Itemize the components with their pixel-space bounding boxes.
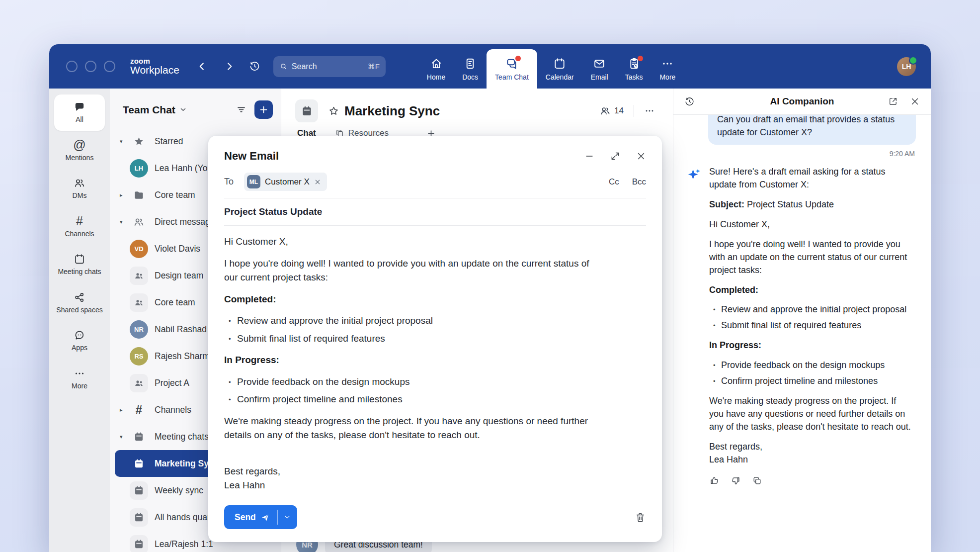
- copy-icon[interactable]: [752, 475, 762, 486]
- left-rail-all[interactable]: All: [54, 94, 105, 131]
- people-icon: [130, 213, 148, 231]
- close-window-button[interactable]: [66, 61, 78, 72]
- back-button[interactable]: [196, 61, 208, 72]
- user-avatar[interactable]: LH: [897, 57, 916, 76]
- members-icon: [600, 105, 611, 116]
- chat-row-label: Core team: [155, 297, 195, 308]
- main-nav-tabs-tasks[interactable]: Tasks: [617, 49, 652, 89]
- ai-feedback-bar: [709, 475, 918, 486]
- calendar-icon: [74, 253, 85, 265]
- row-chevron-icon[interactable]: [120, 407, 130, 413]
- bullet-item: Provide feedback on the design mockups: [721, 359, 911, 372]
- left-rail-shared-spaces[interactable]: Shared spaces: [54, 285, 105, 321]
- row-chevron-icon[interactable]: [120, 434, 130, 440]
- main-nav-tabs-team-chat[interactable]: Team Chat: [487, 49, 537, 89]
- subject-field[interactable]: Project Status Update: [208, 198, 662, 225]
- open-in-window-icon[interactable]: [888, 96, 898, 106]
- main-nav-tabs: Home Docs Team Chat Calendar Email Tasks: [418, 44, 684, 89]
- row-chevron-icon[interactable]: [120, 138, 130, 145]
- row-chevron-icon[interactable]: [120, 192, 130, 198]
- bullet-list: Provide feedback on the design mockupsCo…: [709, 359, 911, 388]
- ai-sparkle-dark-button[interactable]: [544, 511, 556, 523]
- send-options-button[interactable]: [278, 505, 297, 529]
- attach-file-button[interactable]: [344, 511, 356, 523]
- shared-icon: [74, 291, 85, 303]
- favorite-star-icon[interactable]: [328, 105, 339, 117]
- to-field[interactable]: To ML Customer X Cc Bcc: [208, 168, 662, 198]
- main-nav-tabs-more[interactable]: More: [651, 49, 684, 89]
- filter-icon[interactable]: [236, 104, 246, 115]
- logo-workplace: Workplace: [130, 65, 179, 76]
- left-rail-meeting-chats[interactable]: Meeting chats: [54, 247, 105, 283]
- cc-button[interactable]: Cc: [609, 177, 619, 187]
- main-nav-tabs-email[interactable]: Email: [582, 49, 617, 89]
- member-count: 14: [614, 106, 624, 116]
- more-dots-icon: [661, 57, 674, 70]
- zoom-window-button[interactable]: [104, 61, 115, 72]
- encrypt-button[interactable]: [465, 511, 477, 523]
- discard-draft-icon[interactable]: [635, 512, 646, 523]
- thumbs-down-icon[interactable]: [731, 475, 741, 486]
- close-icon[interactable]: [636, 151, 646, 161]
- format-text-button[interactable]: [318, 511, 330, 523]
- bullet-item: Confirm project timeline and milestones: [721, 375, 911, 388]
- channel-title: Marketing Sync: [344, 103, 440, 119]
- chat-row-label: Project A: [155, 378, 189, 388]
- minimize-window-button[interactable]: [85, 61, 96, 72]
- rail-item-label: Apps: [72, 344, 87, 353]
- bullet-item: Confirm project timeline and milestones: [237, 392, 599, 407]
- left-rail-channels[interactable]: # Channels: [54, 209, 105, 245]
- remove-recipient-icon[interactable]: [314, 179, 321, 185]
- calendar-icon: [301, 105, 313, 117]
- chat-list-title[interactable]: Team Chat: [123, 104, 175, 116]
- emoji-button[interactable]: [371, 511, 383, 523]
- navbar-right-icons-schedule[interactable]: [849, 61, 860, 72]
- rail-item-label: DMs: [73, 191, 87, 200]
- row-chevron-icon[interactable]: [120, 219, 130, 225]
- image-button[interactable]: [397, 511, 409, 523]
- more-dots-button[interactable]: [596, 511, 608, 523]
- gif-button[interactable]: [423, 511, 435, 523]
- navbar-right-icons-notifications[interactable]: [824, 61, 835, 72]
- navbar-right-icons-help[interactable]: [799, 61, 811, 72]
- send-button[interactable]: Send: [224, 505, 297, 529]
- left-rail-apps[interactable]: Apps: [54, 323, 105, 359]
- template-button[interactable]: [517, 511, 529, 523]
- message-timestamp: 9:20 AM: [686, 150, 915, 158]
- main-nav-tabs-docs[interactable]: Docs: [454, 49, 487, 89]
- paragraph: I hope you're doing well! I wanted to pr…: [224, 257, 599, 285]
- docs-icon: [464, 57, 477, 70]
- navbar-right-icons-ai-companion[interactable]: [874, 61, 885, 72]
- main-nav-tabs-calendar[interactable]: Calendar: [537, 49, 582, 89]
- bullet-list: Review and approve the initial project p…: [224, 314, 599, 346]
- main-nav-tabs-home[interactable]: Home: [418, 49, 454, 89]
- recipient-chip[interactable]: ML Customer X: [244, 173, 327, 191]
- channel-more-button[interactable]: [644, 105, 655, 116]
- history-icon[interactable]: [249, 61, 260, 72]
- left-rail-mentions[interactable]: @ Mentions: [54, 133, 105, 169]
- close-icon[interactable]: [910, 96, 920, 106]
- bullet-list: Review and approve the initial project p…: [709, 303, 911, 332]
- history-icon[interactable]: [684, 96, 695, 107]
- top-navbar: zoom Workplace Search ⌘F Home Docs: [49, 44, 931, 89]
- rail-item-label: All: [76, 115, 83, 124]
- signature-button[interactable]: [491, 511, 503, 523]
- bullet-item: Submit final list of required features: [721, 319, 911, 332]
- search-input[interactable]: Search ⌘F: [273, 56, 386, 77]
- member-count-button[interactable]: 14: [600, 105, 624, 116]
- email-body-editor[interactable]: Hi Customer X,I hope you're doing well! …: [208, 226, 615, 493]
- group-filled-icon: [130, 374, 148, 392]
- more-dots-icon: [74, 368, 85, 379]
- left-rail-more[interactable]: More: [54, 361, 105, 397]
- minimize-icon[interactable]: [584, 151, 594, 161]
- paragraph: We're making steady progress on the proj…: [224, 414, 599, 443]
- thumbs-up-icon[interactable]: [709, 475, 720, 486]
- expand-icon[interactable]: [610, 151, 620, 161]
- new-chat-button[interactable]: [254, 100, 273, 119]
- variable-button[interactable]: [570, 511, 582, 523]
- left-rail-dms[interactable]: DMs: [54, 171, 105, 207]
- bcc-button[interactable]: Bcc: [632, 177, 646, 187]
- channel-icon: [295, 99, 318, 122]
- avatar: NR: [130, 320, 148, 339]
- forward-button[interactable]: [224, 61, 235, 72]
